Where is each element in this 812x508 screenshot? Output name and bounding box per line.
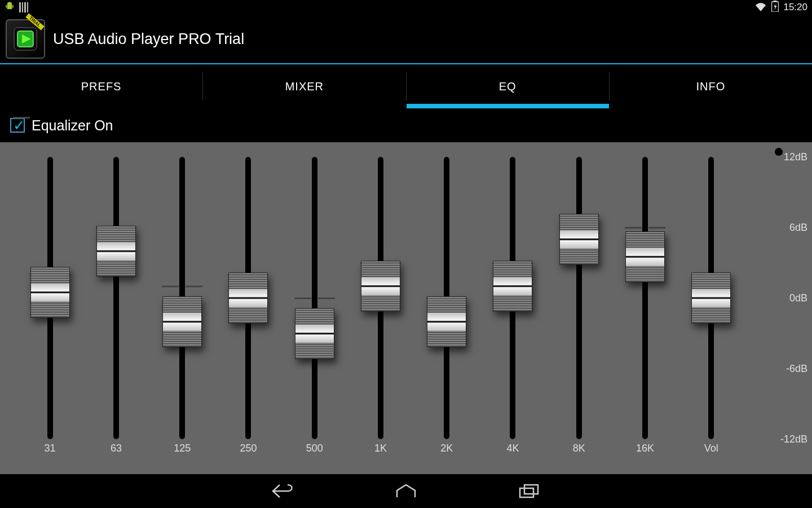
slider-band-2K: 2K [414,157,480,468]
slider-knob[interactable] [559,214,599,265]
tab-mixer[interactable]: MIXER [203,64,405,108]
freq-label: 31 [45,443,56,454]
slider-knob[interactable] [691,273,731,323]
slider-band-16K: 16K [612,157,678,468]
slider-rail [430,157,464,439]
slider-band-125: 125 [149,157,215,468]
slider-vol: Vol [678,157,744,468]
sd-card-icon [19,2,28,12]
slider-rail [165,157,199,439]
slider-knob[interactable] [361,261,400,312]
freq-label: 125 [174,443,191,454]
slider-band-1K: 1K [347,157,413,468]
slider-knob[interactable] [30,267,70,318]
svg-rect-3 [6,5,7,7]
app-title: USB Audio Player PRO Trial [53,30,244,48]
slider-band-250: 250 [215,157,281,468]
tab-label: PREFS [81,80,122,93]
slider-knob[interactable] [162,296,202,347]
slider-rail [496,157,529,439]
svg-rect-0 [7,5,12,9]
freq-label: 1K [374,443,387,454]
db-scale: 12dB6dB0dB-6dB-12dB [761,142,812,474]
db-label: 6dB [789,222,807,234]
svg-rect-9 [520,488,533,497]
wifi-icon [754,1,767,14]
eq-on-row: ✓ Equalizer On [0,108,812,142]
freq-label: 63 [111,443,122,454]
slider-knob[interactable] [295,308,334,359]
svg-rect-4 [12,5,14,7]
slider-rail [562,157,596,439]
slider-band-8K: 8K [546,157,612,468]
eq-on-label: Equalizer On [32,117,113,134]
freq-label: 16K [636,443,654,454]
tab-label: EQ [499,80,517,93]
svg-rect-10 [524,485,538,494]
tab-eq[interactable]: EQ [407,64,609,108]
slider-knob[interactable] [493,261,532,312]
slider-knob[interactable] [96,226,136,277]
tab-bar: PREFS MIXER EQ INFO [0,64,812,108]
slider-band-31: 31 [17,157,83,468]
freq-label: 250 [240,443,257,454]
slider-rail [99,157,133,439]
status-time: 15:20 [783,2,807,13]
tab-label: MIXER [285,80,324,93]
slider-band-63: 63 [83,157,149,468]
android-debug-icon [5,1,15,15]
app-icon: TRIAL [6,19,45,59]
back-button[interactable] [270,481,297,501]
system-nav-bar [0,474,812,508]
db-label: -6dB [786,363,807,375]
eq-on-checkbox[interactable]: ✓ [10,118,25,133]
slider-rail [33,157,67,439]
vol-label: Vol [704,443,718,454]
slider-rail [231,157,265,439]
battery-charging-icon [771,1,779,15]
home-button[interactable] [392,481,420,501]
db-label: -12dB [780,433,807,445]
tab-prefs[interactable]: PREFS [0,64,202,108]
status-bar: 15:20 [0,0,812,15]
recent-apps-button[interactable] [515,481,542,501]
slider-rail [694,157,728,439]
slider-rail [628,157,662,439]
slider-rail [298,157,332,439]
db-label: 12dB [784,151,807,163]
freq-label: 4K [506,443,519,454]
slider-knob[interactable] [228,273,268,323]
slider-knob[interactable] [427,296,466,347]
svg-rect-6 [774,1,777,2]
freq-label: 500 [306,443,323,454]
freq-label: 8K [573,443,585,454]
action-bar: TRIAL USB Audio Player PRO Trial [0,15,812,64]
slider-band-4K: 4K [480,157,546,468]
eq-panel: 31631252505001K2K4K8K16KVol 12dB6dB0dB-6… [0,142,812,474]
slider-knob[interactable] [625,231,665,282]
slider-band-500: 500 [281,157,347,468]
tab-label: INFO [696,80,725,93]
tab-info[interactable]: INFO [610,64,812,108]
slider-rail [364,157,398,439]
freq-label: 2K [440,443,453,454]
db-label: 0dB [789,292,807,304]
